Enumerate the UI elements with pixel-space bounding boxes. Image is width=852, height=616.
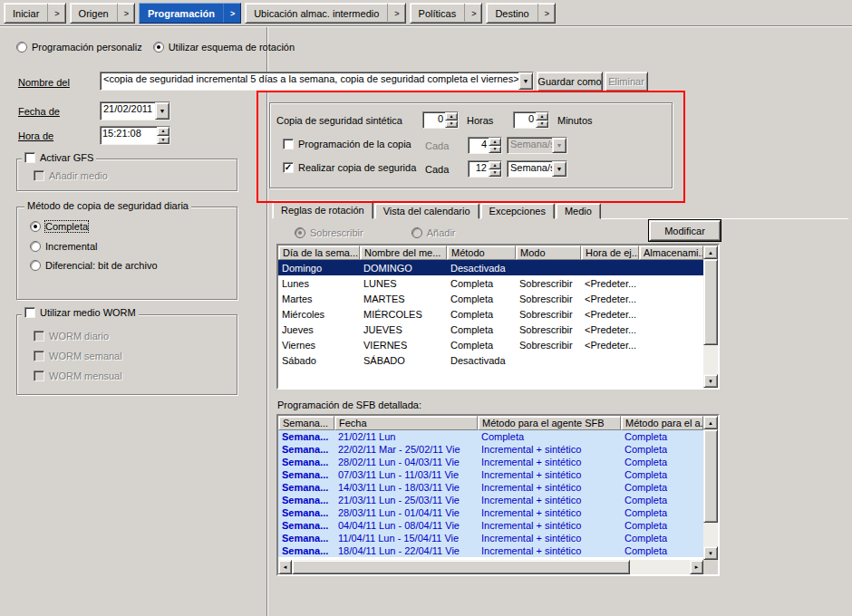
schedule-copy-checkbox[interactable] <box>283 139 294 149</box>
tab-medio[interactable]: Medio <box>556 203 601 219</box>
spinner-up-icon[interactable]: ▲ <box>489 138 501 146</box>
table-row[interactable]: MartesMARTESCompletaSobrescribir<Predete… <box>278 291 718 306</box>
table-row[interactable]: Semana...28/03/11 Lun - 01/04/11 VieIncr… <box>278 506 718 519</box>
perform-unit-combobox[interactable]: Semana/s ▼ <box>507 160 567 178</box>
column-header[interactable]: Método para el agente SFB <box>478 416 621 430</box>
dropdown-arrow-icon[interactable]: ▼ <box>518 72 533 90</box>
custom-schedule-radio[interactable] <box>16 42 27 53</box>
table-cell: Incremental + sintético <box>478 495 621 505</box>
dropdown-arrow-icon[interactable]: ▼ <box>155 102 169 120</box>
table-cell: LUNES <box>360 278 447 289</box>
append-radio[interactable] <box>411 227 422 238</box>
spinner-down-icon[interactable]: ▼ <box>157 136 169 145</box>
spinner-down-icon[interactable]: ▼ <box>445 120 458 129</box>
overwrite-radio[interactable] <box>295 227 305 238</box>
column-header[interactable]: Modo <box>516 245 581 260</box>
scroll-right-icon[interactable]: ► <box>690 560 703 574</box>
tab-vista-del-calendario[interactable]: Vista del calendario <box>374 203 479 219</box>
table-row[interactable]: Semana...21/03/11 Lun - 25/03/11 VieIncr… <box>278 494 718 506</box>
start-time-spinner[interactable]: 15:21:08 ▲ ▼ <box>100 126 170 145</box>
synthetic-minutes-spinner[interactable]: 0 ▲ ▼ <box>513 111 549 129</box>
column-header[interactable]: Hora de ej... <box>581 245 639 260</box>
activate-gfs-checkbox[interactable] <box>24 152 35 163</box>
delete-button[interactable]: Eliminar <box>605 72 648 91</box>
add-media-checkbox[interactable] <box>34 170 44 181</box>
vertical-scrollbar[interactable]: ▲ ▼ <box>703 245 718 388</box>
spinner-up-icon[interactable]: ▲ <box>157 127 169 136</box>
worm-semanal-checkbox[interactable] <box>34 351 44 361</box>
table-cell: 21/02/11 Lun <box>334 431 478 442</box>
vertical-scrollbar[interactable]: ▲ ▼ <box>703 416 718 560</box>
table-row[interactable]: MiércolesMIÉRCOLESCompletaSobrescribir<P… <box>278 306 718 322</box>
table-row[interactable]: Semana...18/04/11 Lun - 22/04/11 VieIncr… <box>278 544 718 557</box>
column-header[interactable]: Almacenami... <box>639 245 703 260</box>
column-header[interactable]: Método <box>447 245 516 260</box>
spinner-up-icon[interactable]: ▲ <box>445 112 458 120</box>
table-row[interactable]: Semana...04/04/11 Lun - 08/04/11 VieIncr… <box>278 519 718 532</box>
table-row[interactable]: Semana...22/02/11 Mar - 25/02/11 VieIncr… <box>278 443 718 456</box>
perform-interval-spinner[interactable]: 12 ▲ ▼ <box>468 160 502 178</box>
spinner-down-icon[interactable]: ▼ <box>489 169 501 178</box>
table-row[interactable]: LunesLUNESCompletaSobrescribir<Predeter.… <box>278 275 718 291</box>
use-worm-checkbox[interactable] <box>24 307 35 318</box>
scroll-down-icon[interactable]: ▼ <box>703 546 718 560</box>
table-row[interactable]: Semana...11/04/11 Lun - 15/04/11 VieIncr… <box>278 532 718 544</box>
chevron-icon: > <box>387 4 404 23</box>
horizontal-scrollbar[interactable]: ◄ ► <box>278 560 703 574</box>
schedule-interval-spinner[interactable]: 4 ▲ ▼ <box>468 137 502 154</box>
spinner-down-icon[interactable]: ▼ <box>536 120 548 129</box>
method-incremental-radio[interactable] <box>30 241 41 252</box>
worm-mensual-checkbox[interactable] <box>34 371 44 381</box>
wizard-tab-destino[interactable]: Destino > <box>486 3 556 24</box>
column-header[interactable]: Semana... <box>278 416 334 430</box>
worm-mensual-label: WORM mensual <box>49 371 122 381</box>
scrollbar-thumb[interactable] <box>292 560 630 574</box>
save-as-button[interactable]: Guardar como <box>537 72 603 91</box>
table-row[interactable]: Semana...07/03/11 Lun - 11/03/11 VieIncr… <box>278 468 718 481</box>
dropdown-arrow-icon[interactable]: ▼ <box>552 161 566 177</box>
scrollbar-thumb[interactable] <box>703 429 718 523</box>
table-row[interactable]: DomingoDOMINGODesactivada <box>278 260 718 275</box>
table-row[interactable]: JuevesJUEVESCompletaSobrescribir<Predete… <box>278 322 718 337</box>
table-row[interactable]: Semana...28/02/11 Lun - 04/03/11 VieIncr… <box>278 456 718 468</box>
table-cell: <Predeter... <box>581 278 639 289</box>
table-row[interactable]: Semana...14/03/11 Lun - 18/03/11 VieIncr… <box>278 481 718 494</box>
method-completa-radio[interactable] <box>30 221 41 232</box>
schedule-name-combobox[interactable]: <copia de seguridad incremental 5 días a… <box>100 72 534 91</box>
table-cell: Incremental + sintético <box>478 520 621 531</box>
table-row[interactable]: ViernesVIERNESCompletaSobrescribir<Prede… <box>278 337 718 352</box>
schedule-unit-combobox[interactable]: Semana/s ▼ <box>507 137 567 154</box>
tab-label: Medio <box>565 206 592 217</box>
wizard-tab-politicas[interactable]: Políticas > <box>410 3 483 24</box>
rotation-scheme-radio[interactable] <box>153 42 164 53</box>
worm-diario-checkbox[interactable] <box>34 331 44 342</box>
wizard-tab-origen[interactable]: Origen > <box>70 3 135 24</box>
synthetic-hours-spinner[interactable]: 0 ▲ ▼ <box>422 111 459 129</box>
column-header[interactable]: Día de la sema... <box>278 245 360 260</box>
table-cell: <Predeter... <box>581 324 639 335</box>
method-diferencial-radio[interactable] <box>30 260 41 271</box>
scroll-left-icon[interactable]: ◄ <box>278 560 292 574</box>
column-header[interactable]: Método para el a... <box>621 416 703 430</box>
scrollbar-thumb[interactable] <box>703 259 718 345</box>
scroll-up-icon[interactable]: ▲ <box>703 416 718 429</box>
tab-reglas-de-rotacion[interactable]: Reglas de rotación <box>272 200 373 219</box>
column-header[interactable]: Nombre del me... <box>360 245 447 260</box>
wizard-tab-programacion[interactable]: Programación > <box>139 3 241 24</box>
dropdown-arrow-icon[interactable]: ▼ <box>552 138 566 153</box>
wizard-tab-iniciar[interactable]: Iniciar > <box>4 3 66 24</box>
table-row[interactable]: SábadoSÁBADODesactivada <box>278 352 718 368</box>
column-header[interactable]: Fecha <box>334 416 478 430</box>
scroll-down-icon[interactable]: ▼ <box>703 374 718 388</box>
spinner-up-icon[interactable]: ▲ <box>536 112 548 120</box>
scroll-up-icon[interactable]: ▲ <box>703 245 718 259</box>
start-date-picker[interactable]: 21/02/2011 ▼ <box>100 101 170 120</box>
tab-excepciones[interactable]: Excepciones <box>480 203 555 219</box>
modify-button[interactable]: Modificar <box>649 220 721 241</box>
perform-copy-checkbox[interactable]: ✓ <box>283 162 294 173</box>
wizard-tab-ubicacion[interactable]: Ubicación almac. intermedio > <box>245 3 405 24</box>
spinner-up-icon[interactable]: ▲ <box>489 161 501 169</box>
table-row[interactable]: Semana...21/02/11 LunCompletaCompleta <box>278 430 718 443</box>
worm-diario-label: WORM diario <box>49 331 109 342</box>
spinner-down-icon[interactable]: ▼ <box>489 146 501 154</box>
